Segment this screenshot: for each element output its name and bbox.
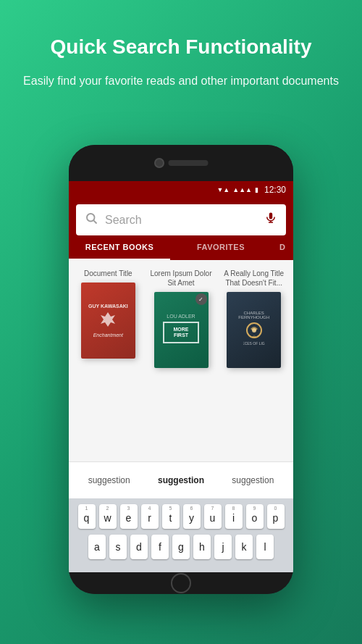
book-1-title: Document Title [84,269,132,278]
key-p[interactable]: 0p [267,504,285,529]
phone-camera [154,158,164,168]
suggestions-bar: suggestion suggestion suggestion [69,461,293,498]
search-area: Search [69,198,293,235]
tab-recent-books[interactable]: RECENT BOOKS [69,235,170,260]
key-t[interactable]: 5t [162,504,180,529]
book-1-cover-title: GUY KAWASAKI [86,304,130,309]
book-3-cover-inner: CHARLES FERNYHOUGH PIECES OF LIGHT [232,311,276,350]
svg-rect-2 [269,213,273,219]
keyboard: 1q 2w 3e 4r 5t 6y 7u 8i 9o 0p a s d f g … [69,498,293,572]
key-h[interactable]: h [193,535,211,559]
search-bar[interactable]: Search [76,204,286,235]
book-3-author: CHARLES FERNYHOUGH [232,311,276,319]
phone-bottom-bezel [69,572,293,594]
search-placeholder[interactable]: Search [105,214,264,227]
tab-overflow[interactable]: D [272,235,293,260]
book-2-cover[interactable]: LOU ADLER MOREFIRST ✓ [154,292,209,368]
key-g[interactable]: g [172,535,190,559]
search-icon [85,212,98,228]
key-f[interactable]: f [151,535,169,559]
book-1-subtitle: Enchantment [86,333,130,338]
key-e[interactable]: 3e [120,504,138,529]
phone-mockup: ▼▲ ▲▲▲ ▮ 12:30 Search [69,145,293,594]
key-k[interactable]: k [235,535,253,559]
phone-speaker [169,160,209,166]
key-d[interactable]: d [130,535,148,559]
microphone-icon[interactable] [264,212,277,228]
tab-favorites[interactable]: FAVORITES [170,235,272,260]
book-item-2[interactable]: Lorem Ipsum Dolor Sit Amet LOU ADLER MOR… [148,269,215,453]
suggestion-2[interactable]: suggestion [148,472,214,488]
key-s[interactable]: s [109,535,127,559]
page-subtitle: Easily find your favorite reads and othe… [23,72,339,90]
book-item-3[interactable]: A Really Long Title That Doesn't Fit... … [220,269,287,453]
keyboard-row-2: a s d f g h j k l [72,535,290,559]
suggestion-3[interactable]: suggestion [220,472,286,488]
header-section: Quick Search Functionality Easily find y… [1,35,361,90]
book-2-cover-inner: LOU ADLER MOREFIRST [159,314,203,346]
key-l[interactable]: l [256,535,274,559]
key-w[interactable]: 2w [99,504,117,529]
book-3-cover[interactable]: CHARLES FERNYHOUGH PIECES OF LIGHT [227,292,281,368]
key-i[interactable]: 8i [225,504,243,529]
keyboard-row-1: 1q 2w 3e 4r 5t 6y 7u 8i 9o 0p [72,504,290,529]
suggestion-1[interactable]: suggestion [76,472,142,488]
key-q[interactable]: 1q [78,504,96,529]
phone-top-bezel [69,145,293,181]
key-j[interactable]: j [214,535,232,559]
status-bar: ▼▲ ▲▲▲ ▮ 12:30 [69,181,293,198]
book-item-1[interactable]: Document Title GUY KAWASAKI Enchantment [75,269,142,453]
wifi-icon: ▼▲ [216,186,230,193]
page-title: Quick Search Functionality [23,35,339,59]
key-a[interactable]: a [88,535,106,559]
svg-point-0 [87,214,95,222]
book-2-cover-title: MOREFIRST [174,327,189,338]
key-r[interactable]: 4r [141,504,159,529]
svg-text:PIECES OF LIGHT: PIECES OF LIGHT [243,341,265,346]
book-3-title: A Really Long Title That Doesn't Fit... [220,269,287,288]
svg-line-1 [93,220,96,223]
key-u[interactable]: 7u [204,504,222,529]
book-2-badge: ✓ [195,293,207,305]
svg-point-6 [252,328,256,333]
home-button[interactable] [171,573,191,593]
book-1-cover-inner: GUY KAWASAKI Enchantment [86,304,130,338]
book-2-title: Lorem Ipsum Dolor Sit Amet [148,269,215,288]
book-1-cover[interactable]: GUY KAWASAKI Enchantment [81,283,135,359]
battery-status-icon: ▮ [255,186,258,193]
status-icons: ▼▲ ▲▲▲ ▮ 12:30 [216,185,286,195]
app-content: Search RECENT BOOKS FAVORITES D [69,198,293,572]
key-y[interactable]: 6y [183,504,201,529]
books-grid: Document Title GUY KAWASAKI Enchantment … [69,260,293,461]
signal-bars-icon: ▲▲▲ [232,186,252,193]
book-2-author: LOU ADLER [159,314,203,319]
tab-bar: RECENT BOOKS FAVORITES D [69,235,293,260]
key-o[interactable]: 9o [246,504,264,529]
clock: 12:30 [264,185,286,195]
